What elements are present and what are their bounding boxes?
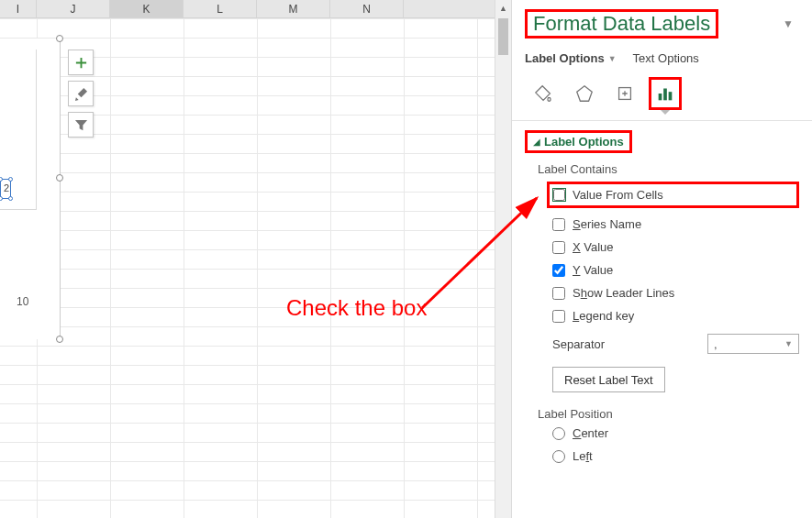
checkbox-x-value[interactable] bbox=[552, 241, 565, 254]
checkbox-value-from-cells[interactable] bbox=[553, 189, 565, 201]
radio-left[interactable] bbox=[552, 450, 565, 463]
fill-line-tab[interactable] bbox=[530, 80, 558, 107]
svg-rect-3 bbox=[669, 92, 673, 100]
pentagon-icon bbox=[574, 83, 595, 104]
scroll-thumb[interactable] bbox=[498, 18, 508, 55]
label-leader-lines: Show Leader Lines bbox=[573, 286, 674, 300]
reset-label-text-button[interactable]: Reset Label Text bbox=[552, 367, 665, 392]
resize-handle[interactable] bbox=[56, 35, 63, 42]
radio-center[interactable] bbox=[552, 427, 565, 440]
format-pane: Format Data Labels ▼ Label Options▼ Text… bbox=[512, 0, 812, 518]
scroll-up-arrow[interactable]: ▲ bbox=[495, 0, 511, 17]
label-center: Center bbox=[573, 426, 608, 440]
annotation-box: Format Data Labels bbox=[525, 9, 718, 39]
data-label-value: 2 bbox=[4, 182, 9, 193]
col-header-n[interactable]: N bbox=[330, 0, 404, 17]
size-properties-tab[interactable] bbox=[611, 80, 639, 107]
col-header-l[interactable]: L bbox=[184, 0, 257, 17]
brush-icon bbox=[74, 87, 88, 101]
pane-title: Format Data Labels bbox=[528, 10, 716, 37]
axis-tick-label: 10 bbox=[17, 295, 28, 308]
column-headers: I J K L M N bbox=[0, 0, 495, 18]
label-value-from-cells: Value From Cells bbox=[573, 188, 663, 202]
section-label-options[interactable]: ◢ Label Options bbox=[525, 130, 632, 153]
separator-select[interactable]: ,▼ bbox=[707, 334, 799, 354]
label-options-tab[interactable] bbox=[651, 80, 679, 107]
annotation-box: Value From Cells bbox=[547, 182, 799, 208]
tab-text-options[interactable]: Text Options bbox=[633, 51, 699, 65]
data-label-selected[interactable]: 2 bbox=[0, 179, 11, 199]
tab-label-options[interactable]: Label Options▼ bbox=[525, 51, 617, 65]
svg-rect-1 bbox=[659, 94, 662, 100]
bar-chart-icon bbox=[655, 83, 675, 104]
effects-tab[interactable] bbox=[571, 80, 598, 107]
label-left: Left bbox=[573, 449, 593, 463]
checkbox-series-name[interactable] bbox=[552, 218, 565, 231]
col-header-m[interactable]: M bbox=[257, 0, 330, 17]
resize-handle[interactable] bbox=[56, 174, 63, 182]
size-icon bbox=[615, 83, 635, 104]
resize-handle[interactable] bbox=[56, 336, 63, 343]
label-legend-key: Legend key bbox=[573, 309, 634, 323]
label-series-name: Series Name bbox=[573, 217, 641, 231]
paint-bucket-icon bbox=[534, 83, 554, 104]
label-contains-heading: Label Contains bbox=[538, 162, 799, 176]
separator-label: Separator bbox=[552, 337, 605, 351]
funnel-icon bbox=[74, 118, 88, 132]
label-y-value: Y Value bbox=[573, 263, 613, 277]
chart-filters-button[interactable] bbox=[68, 112, 94, 138]
chart-styles-button[interactable] bbox=[68, 81, 94, 106]
plus-icon bbox=[74, 56, 88, 70]
pane-options-dropdown[interactable]: ▼ bbox=[783, 17, 794, 30]
checkbox-leader-lines[interactable] bbox=[552, 287, 565, 300]
chart-side-buttons bbox=[68, 50, 94, 138]
col-header-i[interactable]: I bbox=[0, 0, 37, 17]
vertical-scrollbar[interactable]: ▲ bbox=[495, 0, 512, 518]
col-header-j[interactable]: J bbox=[37, 0, 110, 17]
svg-rect-2 bbox=[663, 89, 667, 101]
checkbox-legend-key[interactable] bbox=[552, 310, 565, 323]
worksheet[interactable]: I J K L M N 2 10 bbox=[0, 0, 495, 518]
collapse-triangle-icon: ◢ bbox=[533, 137, 540, 147]
chart-elements-button[interactable] bbox=[68, 50, 94, 75]
col-header-k[interactable]: K bbox=[110, 0, 184, 17]
annotation-text: Check the box bbox=[286, 295, 427, 321]
label-x-value: X Value bbox=[573, 240, 614, 254]
label-position-heading: Label Position bbox=[538, 407, 799, 421]
pane-icon-tabs bbox=[525, 80, 799, 107]
chart-object[interactable]: 2 10 bbox=[0, 39, 61, 339]
checkbox-y-value[interactable] bbox=[552, 264, 565, 277]
